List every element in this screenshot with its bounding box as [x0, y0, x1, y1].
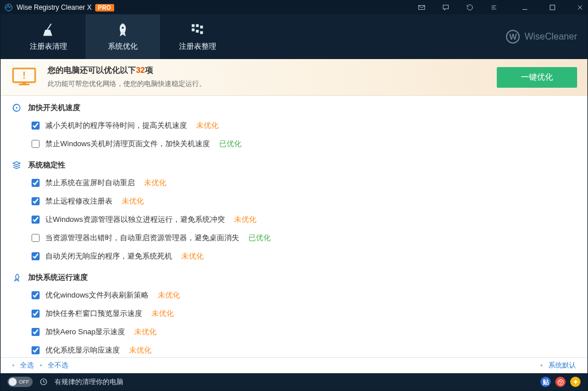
svg-text:!: !	[22, 69, 26, 80]
optimize-now-button[interactable]: 一键优化	[497, 67, 577, 88]
item-label: 让Windows资源管理器以独立进程运行，避免系统冲突	[45, 214, 225, 225]
schedule-toggle[interactable]: OFF	[7, 377, 33, 387]
minimize-icon[interactable]	[521, 3, 529, 11]
item-checkbox-label[interactable]: 禁止Windows关机时清理页面文件，加快关机速度	[32, 139, 210, 149]
optimization-item: 优化系统显示响应速度 未优化	[1, 341, 587, 357]
svg-rect-5	[192, 24, 194, 27]
item-status: 未优化	[196, 120, 219, 131]
brand-text: WiseCleaner	[524, 32, 577, 42]
menu-icon[interactable]	[490, 3, 498, 11]
item-checkbox[interactable]	[32, 252, 40, 260]
group-title: 加快系统运行速度	[28, 272, 88, 283]
item-label: 加快Aero Snap显示速度	[45, 327, 125, 337]
item-checkbox[interactable]	[32, 291, 40, 299]
svg-rect-6	[196, 24, 199, 27]
system-defaults-link[interactable]: 系统默认	[548, 361, 576, 370]
item-label: 禁止Windows关机时清理页面文件，加快关机速度	[45, 139, 210, 149]
feedback-icon[interactable]	[442, 3, 450, 11]
item-status: 未优化	[234, 214, 256, 225]
app-icon	[4, 3, 13, 12]
optimization-item: 加快任务栏窗口预览显示速度 未优化	[1, 304, 587, 323]
optimization-item: 自动关闭无响应的程序，避免系统死机 未优化	[1, 247, 587, 265]
svg-point-0	[5, 4, 12, 11]
optimize-banner: ! 您的电脑还可以优化以下32项 此功能可帮您优化网络，使您的电脑快速稳定运行。…	[1, 59, 587, 96]
svg-point-4	[122, 27, 124, 29]
item-checkbox-label[interactable]: 优化系统显示响应速度	[32, 345, 120, 355]
titlebar: Wise Registry Cleaner X PRO	[1, 1, 587, 14]
optimization-item: 禁止Windows关机时清理页面文件，加快关机速度 已优化	[1, 135, 587, 153]
item-checkbox-label[interactable]: 禁止远程修改注册表	[32, 196, 112, 206]
item-status: 已优化	[219, 139, 242, 149]
item-status: 未优化	[122, 196, 144, 206]
main-nav: 注册表清理 系统优化 注册表整理 W WiseCleaner	[1, 14, 587, 59]
item-label: 优化系统显示响应速度	[45, 345, 120, 355]
item-checkbox-label[interactable]: 优化windows文件列表刷新策略	[32, 290, 149, 300]
clock-icon	[40, 378, 48, 386]
group-title: 系统稳定性	[28, 160, 65, 170]
item-label: 自动关闭无响应的程序，避免系统死机	[45, 251, 172, 261]
item-checkbox-label[interactable]: 加快任务栏窗口预览显示速度	[32, 308, 142, 319]
schedule-text: 有规律的清理你的电脑	[54, 377, 123, 387]
app-title: Wise Registry Cleaner X	[17, 3, 92, 11]
optimization-list: 加快开关机速度 减小关机时的程序等待时间，提高关机速度 未优化 禁止Window…	[1, 96, 587, 357]
group-icon	[12, 161, 21, 170]
item-label: 加快任务栏窗口预览显示速度	[45, 308, 142, 319]
item-status: 未优化	[134, 327, 157, 337]
close-icon[interactable]	[576, 3, 584, 11]
item-status: 未优化	[129, 345, 151, 355]
svg-rect-8	[192, 29, 194, 32]
optimization-item: 当资源管理器出错时，自动重启资源管理器，避免桌面消失 已优化	[1, 229, 587, 247]
broom-icon	[40, 22, 56, 38]
item-status: 未优化	[181, 251, 204, 261]
item-checkbox[interactable]	[32, 346, 40, 354]
item-checkbox[interactable]	[32, 310, 40, 318]
svg-rect-1	[419, 6, 425, 10]
optimization-item: 加快Aero Snap显示速度 未优化	[1, 323, 587, 341]
group-icon	[12, 273, 21, 282]
item-checkbox[interactable]	[32, 234, 40, 242]
brand-logo-icon: W	[506, 30, 520, 44]
tab-label: 系统优化	[108, 41, 138, 52]
item-checkbox[interactable]	[32, 197, 40, 205]
item-checkbox-label[interactable]: 加快Aero Snap显示速度	[32, 327, 125, 337]
selection-footer: • 全选 • 全不选 • 系统默认	[1, 357, 587, 373]
group-header: 加快开关机速度	[1, 96, 587, 116]
group-icon	[12, 103, 21, 112]
item-checkbox-label[interactable]: 让Windows资源管理器以独立进程运行，避免系统冲突	[32, 214, 225, 225]
social-icon-weibo[interactable]: ㋡	[555, 377, 566, 387]
select-all-link[interactable]: 全选	[20, 361, 34, 370]
social-icon-star[interactable]: ✦	[570, 377, 581, 387]
item-label: 当资源管理器出错时，自动重启资源管理器，避免桌面消失	[45, 233, 239, 243]
status-footer: OFF 有规律的清理你的电脑 贴 ㋡ ✦	[1, 373, 587, 390]
item-checkbox[interactable]	[32, 216, 40, 224]
group-header: 系统稳定性	[1, 153, 587, 174]
maximize-icon[interactable]	[548, 3, 556, 11]
rocket-icon	[115, 22, 131, 38]
item-checkbox[interactable]	[32, 328, 40, 336]
mail-icon[interactable]	[418, 3, 426, 11]
item-checkbox-label[interactable]: 禁止系统在蓝屏时自动重启	[32, 178, 135, 188]
svg-rect-10	[200, 31, 203, 34]
refresh-icon[interactable]	[466, 3, 474, 11]
pro-badge: PRO	[95, 4, 114, 11]
item-checkbox[interactable]	[32, 140, 40, 148]
item-label: 禁止远程修改注册表	[45, 196, 112, 206]
group-header: 加快系统运行速度	[1, 265, 587, 286]
tab-registry-defrag[interactable]: 注册表整理	[160, 14, 235, 59]
select-none-link[interactable]: 全不选	[48, 361, 68, 370]
item-checkbox-label[interactable]: 自动关闭无响应的程序，避免系统死机	[32, 251, 172, 261]
brand[interactable]: W WiseCleaner	[506, 14, 577, 59]
item-checkbox-label[interactable]: 减小关机时的程序等待时间，提高关机速度	[32, 120, 187, 131]
tab-system-optimize[interactable]: 系统优化	[85, 14, 160, 59]
group-title: 加快开关机速度	[28, 103, 80, 113]
item-checkbox-label[interactable]: 当资源管理器出错时，自动重启资源管理器，避免桌面消失	[32, 233, 239, 243]
svg-rect-9	[196, 30, 199, 33]
tab-label: 注册表清理	[30, 41, 67, 52]
social-icon-tieba[interactable]: 贴	[540, 377, 551, 387]
item-status: 已优化	[248, 233, 271, 243]
tab-registry-clean[interactable]: 注册表清理	[11, 14, 85, 59]
svg-rect-3	[550, 5, 555, 10]
item-checkbox[interactable]	[32, 179, 40, 187]
item-status: 未优化	[151, 308, 174, 319]
item-checkbox[interactable]	[32, 122, 40, 130]
